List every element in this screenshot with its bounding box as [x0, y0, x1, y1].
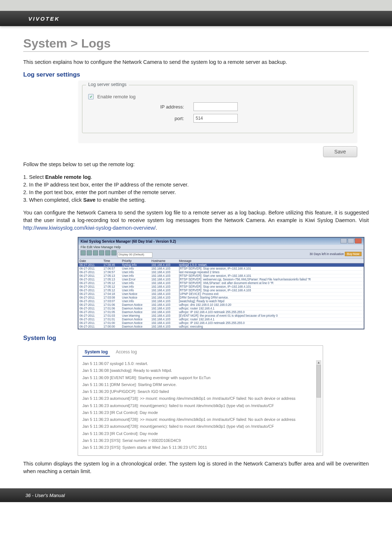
kiwi-status: 30 Days left in evaluation Buy Now — [310, 252, 362, 256]
kiwi-log-grid: Date Time Priority Hostname Message 06-2… — [78, 259, 364, 329]
brand-bar: VIVOTEK — [0, 11, 392, 26]
page-title: System > Logs — [23, 36, 369, 52]
kiwi-log-row: 06-27-201117:05:12User.Info192.168.4.103… — [78, 289, 364, 292]
log-line: Jan 5 11:36:23 [SYS]: System starts at W… — [82, 444, 318, 451]
log-line: Jan 5 11:36:23 automount[718]: >> mount:… — [82, 395, 318, 402]
ip-address-label: IP address: — [86, 104, 193, 110]
kiwi-link[interactable]: http://www.kiwisyslog.com/kiwi-syslog-da… — [23, 225, 156, 231]
step-1-bold: Enable remote log — [45, 174, 91, 180]
kiwi-log-row: 06-27-201117:05:12User.Info192.168.4.103… — [78, 282, 364, 285]
log-server-panel: Log server settings ✔ Enable remote log … — [78, 81, 357, 157]
log-line: Jan 5 11:36:23 [SYS]: Serial number = 00… — [82, 437, 318, 444]
kiwi-log-row: 06-27-201117:06:57User.Info192.168.4.103… — [78, 271, 364, 274]
kiwi-screenshot: Kiwi Syslog Service Manager (60 Day tria… — [78, 237, 364, 329]
kiwi-log-row: 06-27-201117:01:01Daemon.Notice192.168.4… — [78, 318, 364, 321]
kiwi-log-row: 06-27-201117:01:03User.Warning192.168.4.… — [78, 314, 364, 318]
section-system-log-heading: System log — [23, 335, 369, 342]
brand-text: VIVOTEK — [28, 16, 60, 22]
kiwi-window-title: Kiwi Syslog Service Manager (60 Day tria… — [81, 239, 176, 243]
step-3: 2. In the port text box, enter the port … — [23, 189, 369, 196]
kiwi-log-row: 06-27-201117:03:07User.Info192.168.4.103… — [78, 300, 364, 303]
follow-steps-text: Follow the steps below to set up the rem… — [23, 161, 369, 168]
port-input[interactable] — [193, 114, 238, 123]
step-1a: 1. Select — [23, 174, 45, 180]
log-line: Jan 5 11:36:23 automount[728]: >> mount:… — [82, 416, 318, 423]
step-4a: 3. When completed, click — [23, 197, 83, 203]
scroll-thumb[interactable] — [317, 365, 321, 398]
kiwi-log-row: 06-27-201117:09:45Syslog.Info192.168.4.1… — [78, 263, 364, 267]
kiwi-display-dropdown[interactable]: Display 00 (Default) — [118, 253, 152, 258]
step-4c: to enable the setting. — [95, 197, 146, 203]
log-line: Jan 5 11:36:11 [DRM Service]: Starting D… — [82, 381, 318, 388]
step-2: 2. In the IP address text box, enter the… — [23, 181, 369, 189]
closing-paragraph: This column displays the system log in a… — [23, 460, 369, 475]
log-line: Jan 5 11:36:07 syslogd 1.5.0: restart. — [82, 360, 318, 367]
tab-system-log[interactable]: System log — [82, 349, 110, 357]
step-4-bold: Save — [83, 197, 95, 203]
save-button[interactable]: Save — [323, 146, 357, 157]
tab-access-log[interactable]: Access log — [114, 349, 138, 357]
steps-list: 1. Select Enable remote log. 2. In the I… — [23, 173, 369, 204]
col-date: Date — [78, 259, 102, 263]
kiwi-log-row: 06-27-201117:05:13User.Info192.168.4.103… — [78, 274, 364, 278]
section-log-server-settings-heading: Log server settings — [23, 71, 369, 78]
col-priority: Priority — [121, 259, 150, 263]
scroll-up-icon[interactable]: ▲ — [317, 361, 321, 365]
kiwi-log-row: 06-27-201117:00:00Daemon.Notice192.168.4… — [78, 325, 364, 329]
footer-text: 36 - User's Manual — [25, 493, 65, 498]
system-log-lines: Jan 5 11:36:07 syslogd 1.5.0: restart.Ja… — [82, 360, 318, 451]
log-line: Jan 5 11:36:20 [UPnPIGDCP]: Search IGD f… — [82, 388, 318, 395]
kiwi-log-row: 06-27-201117:01:06Daemon.Notice192.168.4… — [78, 307, 364, 311]
enable-remote-log-checkbox[interactable]: ✔ — [88, 94, 94, 99]
kiwi-log-row: 06-27-201117:03:08User.Notice192.168.4.1… — [78, 296, 364, 300]
log-line: Jan 5 11:36:09 [EVENT MGR]: Starting eve… — [82, 374, 318, 381]
ip-address-input[interactable] — [193, 102, 238, 111]
enable-remote-log-label: Enable remote log — [97, 94, 136, 99]
kiwi-paragraph: You can configure the Network Camera to … — [23, 209, 369, 232]
footer-bar: 36 - User's Manual — [0, 488, 392, 502]
kiwi-para-text: You can configure the Network Camera to … — [23, 210, 369, 223]
system-log-panel: System log Access log Jan 5 11:36:07 sys… — [78, 345, 323, 456]
top-banner — [0, 0, 392, 11]
col-message: Message — [178, 259, 364, 263]
log-line: Jan 5 11:36:23 automount[718]: mount(gen… — [82, 402, 318, 409]
log-line: Jan 5 11:36:23 [IR Cut Control]: Day mod… — [82, 430, 318, 437]
kiwi-toolbar-icons: Display 00 (Default) — [81, 250, 154, 258]
kiwi-log-row: 06-27-201117:01:00Daemon.Notice192.168.4… — [78, 321, 364, 325]
kiwi-para-end: . — [156, 225, 157, 231]
kiwi-log-row: 06-27-201117:01:05Daemon.Notice192.168.4… — [78, 311, 364, 314]
kiwi-log-row: 06-27-201117:05:12User.Info192.168.4.103… — [78, 285, 364, 289]
step-1c: . — [91, 174, 92, 180]
log-line: Jan 5 11:36:23 automount[728]: mount(gen… — [82, 423, 318, 430]
kiwi-log-row: 06-27-201117:04:18User.Notice192.168.4.1… — [78, 292, 364, 296]
intro-paragraph: This section explains how to configure t… — [23, 58, 369, 66]
window-buttons — [340, 238, 362, 244]
port-label: port: — [86, 116, 193, 121]
log-line: Jan 5 11:36:23 [IR Cut Control]: Day mod… — [82, 409, 318, 416]
col-time: Time — [102, 259, 121, 263]
log-line: Jan 5 11:36:08 [swatchdog]: Ready to wat… — [82, 367, 318, 374]
kiwi-log-row: 06-27-201117:06:57User.Info192.168.4.103… — [78, 267, 364, 271]
kiwi-log-row: 06-27-201117:05:13User.Error192.168.4.10… — [78, 278, 364, 282]
kiwi-menubar: File Edit View Manage Help — [78, 245, 364, 250]
col-hostname: Hostname — [150, 259, 178, 263]
kiwi-log-row: 06-27-201117:01:06Daemon.Notice192.168.4… — [78, 303, 364, 307]
log-scrollbar[interactable]: ▲ — [316, 360, 321, 452]
fieldset-legend: Log server settings — [86, 82, 129, 87]
